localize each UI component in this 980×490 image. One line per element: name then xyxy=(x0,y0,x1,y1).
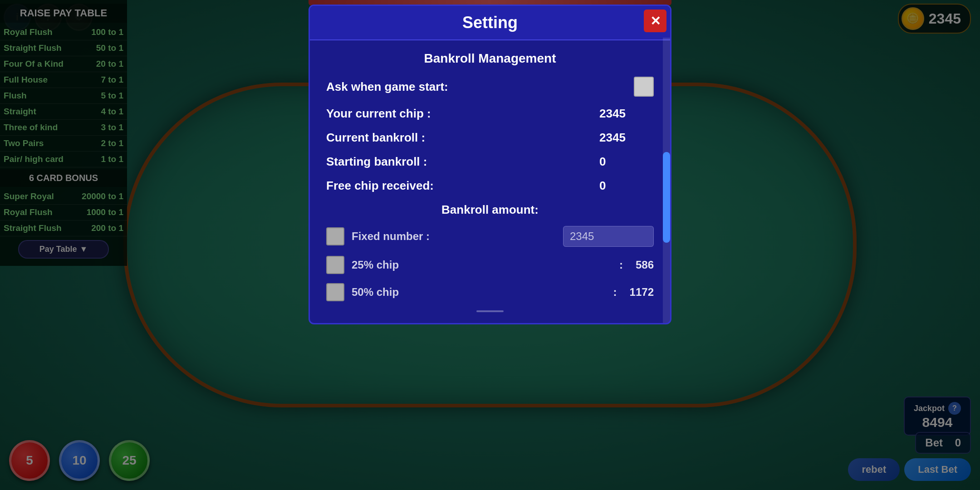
free-chip-row: Free chip received: 0 xyxy=(326,179,654,193)
current-chip-row: Your current chip : 2345 xyxy=(326,107,654,121)
current-chip-label: Your current chip : xyxy=(326,107,599,121)
25-percent-label: 25% chip xyxy=(352,259,607,271)
bottom-divider xyxy=(476,310,504,312)
25-percent-value: 586 xyxy=(636,259,654,271)
modal-scrollbar-thumb xyxy=(663,152,670,243)
25-percent-colon: : xyxy=(619,259,623,271)
starting-bankroll-row: Starting bankroll : 0 xyxy=(326,155,654,169)
modal-scrollbar[interactable] xyxy=(663,38,670,323)
modal-overlay: Setting ✕ Bankroll Management Ask when g… xyxy=(0,0,980,490)
50-percent-value: 1172 xyxy=(630,286,654,299)
current-chip-value: 2345 xyxy=(599,107,654,121)
fixed-number-checkbox[interactable] xyxy=(326,227,344,245)
starting-bankroll-label: Starting bankroll : xyxy=(326,155,599,169)
fixed-number-option-row: Fixed number : xyxy=(326,226,654,247)
settings-modal: Setting ✕ Bankroll Management Ask when g… xyxy=(309,5,671,324)
50-percent-label: 50% chip xyxy=(352,286,601,299)
modal-close-button[interactable]: ✕ xyxy=(644,10,666,32)
modal-body: Bankroll Management Ask when game start:… xyxy=(310,40,670,323)
modal-header: Setting ✕ xyxy=(310,6,670,40)
25-percent-checkbox[interactable] xyxy=(326,256,344,274)
ask-when-start-toggle[interactable] xyxy=(634,77,654,97)
free-chip-value: 0 xyxy=(599,179,654,193)
fixed-number-label: Fixed number : xyxy=(352,230,556,243)
ask-when-start-label: Ask when game start: xyxy=(326,80,634,94)
section-title: Bankroll Management xyxy=(326,51,654,66)
ask-when-start-row: Ask when game start: xyxy=(326,77,654,97)
50-percent-checkbox[interactable] xyxy=(326,283,344,301)
modal-title: Setting xyxy=(462,13,518,32)
current-bankroll-row: Current bankroll : 2345 xyxy=(326,131,654,145)
starting-bankroll-value: 0 xyxy=(599,155,654,169)
50-percent-colon: : xyxy=(613,286,617,299)
free-chip-label: Free chip received: xyxy=(326,179,599,193)
current-bankroll-value: 2345 xyxy=(599,131,654,145)
fixed-number-input[interactable] xyxy=(563,226,654,247)
current-bankroll-label: Current bankroll : xyxy=(326,131,599,145)
50-percent-chip-row: 50% chip : 1172 xyxy=(326,283,654,301)
25-percent-chip-row: 25% chip : 586 xyxy=(326,256,654,274)
bankroll-amount-title: Bankroll amount: xyxy=(326,203,654,217)
